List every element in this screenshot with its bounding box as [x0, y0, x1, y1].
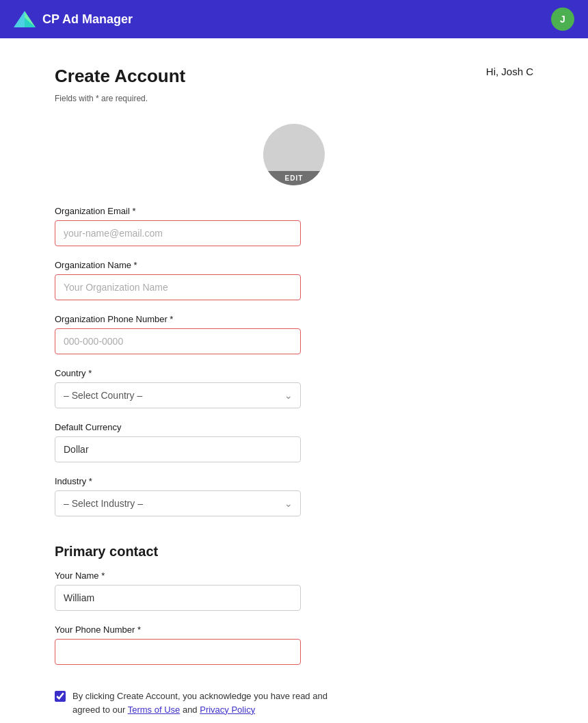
top-row: Create Account Hi, Josh C — [55, 66, 533, 87]
logo-icon — [14, 8, 36, 30]
primary-contact-section: Primary contact — [55, 544, 533, 560]
privacy-policy-link[interactable]: Privacy Policy — [200, 705, 255, 715]
required-note: Fields with * are required. — [55, 94, 533, 103]
contact-phone-group: Your Phone Number * — [55, 625, 533, 665]
main-content: Create Account Hi, Josh C Fields with * … — [0, 38, 588, 723]
page-title: Create Account — [55, 66, 185, 87]
svg-marker-0 — [14, 11, 25, 27]
country-group: Country * – Select Country – United Stat… — [55, 368, 533, 408]
contact-name-label: Your Name * — [55, 570, 533, 581]
org-name-input[interactable] — [55, 274, 301, 300]
user-avatar[interactable]: J — [551, 8, 574, 31]
terms-checkbox[interactable] — [55, 691, 66, 702]
terms-row: By clicking Create Account, you acknowle… — [55, 689, 342, 716]
contact-phone-label: Your Phone Number * — [55, 625, 533, 635]
contact-name-input[interactable] — [55, 585, 301, 611]
industry-select[interactable]: – Select Industry – Technology Finance H… — [55, 490, 301, 516]
org-phone-input[interactable] — [55, 328, 301, 354]
primary-contact-title: Primary contact — [55, 544, 533, 560]
country-label: Country * — [55, 368, 533, 378]
currency-label: Default Currency — [55, 422, 533, 432]
industry-group: Industry * – Select Industry – Technolog… — [55, 476, 533, 516]
avatar-upload[interactable]: EDIT — [55, 124, 533, 185]
currency-group: Default Currency — [55, 422, 533, 462]
logo-text: CP Ad Manager — [42, 12, 133, 27]
avatar-circle[interactable]: EDIT — [263, 124, 325, 185]
greeting: Hi, Josh C — [486, 66, 533, 77]
industry-label: Industry * — [55, 476, 533, 486]
currency-input[interactable] — [55, 436, 301, 462]
logo: CP Ad Manager — [14, 8, 133, 30]
contact-phone-input[interactable] — [55, 639, 301, 665]
org-phone-group: Organization Phone Number * — [55, 314, 533, 354]
country-select[interactable]: – Select Country – United States United … — [55, 382, 301, 408]
contact-name-group: Your Name * — [55, 570, 533, 611]
country-select-wrapper: – Select Country – United States United … — [55, 382, 301, 408]
org-email-input[interactable] — [55, 220, 301, 246]
org-name-group: Organization Name * — [55, 260, 533, 300]
org-name-label: Organization Name * — [55, 260, 533, 270]
org-email-label: Organization Email * — [55, 206, 533, 216]
avatar-edit-label[interactable]: EDIT — [263, 171, 325, 185]
terms-label: By clicking Create Account, you acknowle… — [72, 689, 342, 716]
org-email-group: Organization Email * — [55, 206, 533, 246]
terms-of-use-link[interactable]: Terms of Use — [128, 705, 181, 715]
industry-select-wrapper: – Select Industry – Technology Finance H… — [55, 490, 301, 516]
org-phone-label: Organization Phone Number * — [55, 314, 533, 324]
header: CP Ad Manager J — [0, 0, 588, 38]
